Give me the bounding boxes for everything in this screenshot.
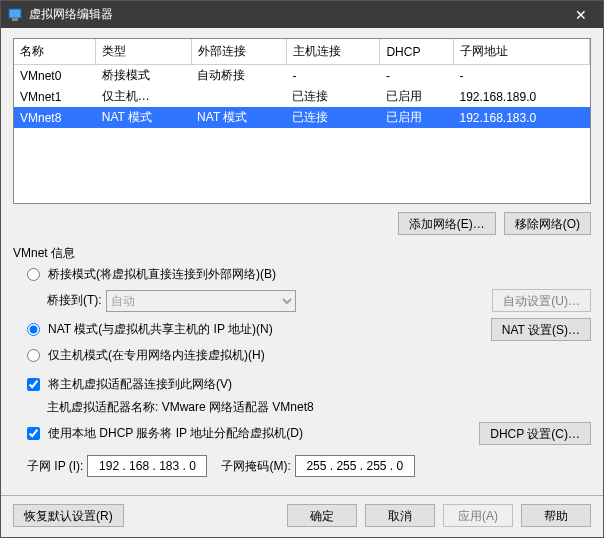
dhcp-label: 使用本地 DHCP 服务将 IP 地址分配给虚拟机(D) [48,425,303,442]
hostonly-radio[interactable] [27,349,40,362]
subnet-row: 子网 IP (I): 子网掩码(M): [27,455,591,477]
table-buttons-row: 添加网络(E)… 移除网络(O) [13,212,591,235]
col-name[interactable]: 名称 [14,39,96,65]
dhcp-checkbox[interactable] [27,427,40,440]
separator [1,495,603,496]
restore-defaults-button[interactable]: 恢复默认设置(R) [13,504,124,527]
col-dhcp[interactable]: DHCP [380,39,454,65]
subnet-mask-label: 子网掩码(M): [221,458,290,475]
hostonly-radio-label: 仅主机模式(在专用网络内连接虚拟机)(H) [48,347,265,364]
cancel-button[interactable]: 取消 [365,504,435,527]
content-area: 名称 类型 外部连接 主机连接 DHCP 子网地址 VMnet0 桥接模式 自动… [1,28,603,537]
subnet-ip-label: 子网 IP (I): [27,458,83,475]
table-row[interactable]: VMnet1 仅主机… 已连接 已启用 192.168.189.0 [14,86,590,107]
bridge-radio-label: 桥接模式(将虚拟机直接连接到外部网络)(B) [48,266,276,283]
bridge-radio[interactable] [27,268,40,281]
col-host[interactable]: 主机连接 [286,39,379,65]
remove-network-button[interactable]: 移除网络(O) [504,212,591,235]
auto-settings-button[interactable]: 自动设置(U)… [492,289,591,312]
nat-radio[interactable] [27,323,40,336]
col-subnet[interactable]: 子网地址 [453,39,589,65]
nat-mode-row: NAT 模式(与虚拟机共享主机的 IP 地址)(N) NAT 设置(S)… [27,318,591,341]
subnet-mask-input[interactable] [295,455,415,477]
dialog-window: 虚拟网络编辑器 ✕ 名称 类型 外部连接 主机连接 DHCP 子网地址 [0,0,604,538]
network-table[interactable]: 名称 类型 外部连接 主机连接 DHCP 子网地址 VMnet0 桥接模式 自动… [13,38,591,204]
footer-row: 恢复默认设置(R) 确定 取消 应用(A) 帮助 [13,504,591,527]
vmnet-info-label: VMnet 信息 [13,245,591,262]
svg-rect-1 [12,18,18,21]
window-title: 虚拟网络编辑器 [29,6,558,23]
apply-button[interactable]: 应用(A) [443,504,513,527]
ok-button[interactable]: 确定 [287,504,357,527]
help-button[interactable]: 帮助 [521,504,591,527]
host-adapter-checkbox[interactable] [27,378,40,391]
close-button[interactable]: ✕ [558,1,603,28]
nat-settings-button[interactable]: NAT 设置(S)… [491,318,591,341]
host-adapter-label: 将主机虚拟适配器连接到此网络(V) [48,376,232,393]
dhcp-row: 使用本地 DHCP 服务将 IP 地址分配给虚拟机(D) DHCP 设置(C)… [27,422,591,445]
svg-rect-0 [9,9,21,18]
bridge-to-label: 桥接到(T): [47,292,102,309]
hostonly-mode-row: 仅主机模式(在专用网络内连接虚拟机)(H) [27,347,591,364]
col-external[interactable]: 外部连接 [191,39,286,65]
table-row[interactable]: VMnet0 桥接模式 自动桥接 - - - [14,65,590,87]
add-network-button[interactable]: 添加网络(E)… [398,212,496,235]
col-type[interactable]: 类型 [96,39,191,65]
titlebar: 虚拟网络编辑器 ✕ [1,1,603,28]
host-adapter-name-row: 主机虚拟适配器名称: VMware 网络适配器 VMnet8 [47,399,591,416]
host-adapter-name: 主机虚拟适配器名称: VMware 网络适配器 VMnet8 [47,399,314,416]
bridge-mode-row: 桥接模式(将虚拟机直接连接到外部网络)(B) [27,266,591,283]
subnet-ip-input[interactable] [87,455,207,477]
table-header-row: 名称 类型 外部连接 主机连接 DHCP 子网地址 [14,39,590,65]
bridge-to-row: 桥接到(T): 自动 自动设置(U)… [47,289,591,312]
host-adapter-row: 将主机虚拟适配器连接到此网络(V) [27,376,591,393]
dhcp-settings-button[interactable]: DHCP 设置(C)… [479,422,591,445]
app-icon [7,7,23,23]
table-row[interactable]: VMnet8 NAT 模式 NAT 模式 已连接 已启用 192.168.183… [14,107,590,128]
bridge-to-select[interactable]: 自动 [106,290,296,312]
nat-radio-label: NAT 模式(与虚拟机共享主机的 IP 地址)(N) [48,321,273,338]
